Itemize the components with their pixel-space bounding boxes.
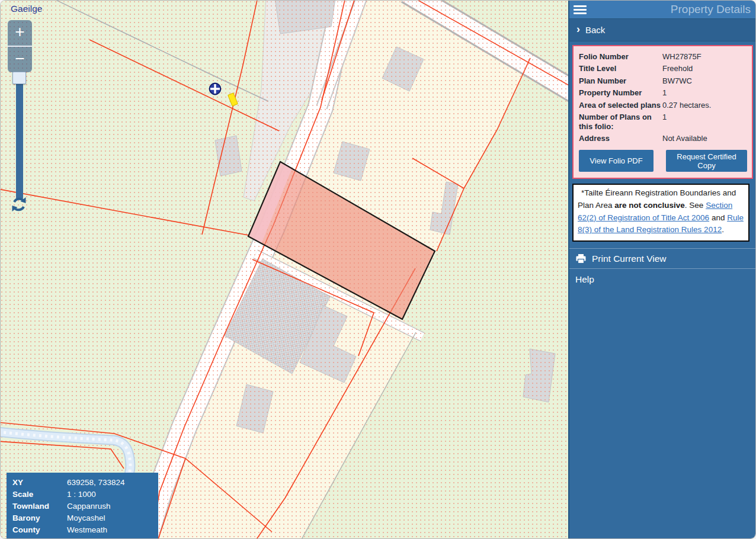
disclaimer-text: and: [709, 213, 727, 222]
view-folio-pdf-button[interactable]: View Folio PDF: [579, 150, 654, 172]
back-button[interactable]: › Back: [569, 18, 756, 41]
menu-icon[interactable]: [574, 4, 587, 16]
map-area[interactable]: Gaeilge + − XY 639258, 733824 Sca: [1, 1, 568, 539]
folio-details-box: Folio Number WH27875F Title Level Freeho…: [572, 45, 753, 179]
map-viewer-app: Gaeilge + − XY 639258, 733824 Sca: [0, 0, 756, 539]
detail-label: Plan Number: [579, 76, 662, 86]
info-value: 639258, 733824: [67, 477, 158, 489]
panel-header: Property Details: [569, 1, 756, 18]
chevron-right-icon: ›: [576, 23, 580, 36]
detail-row-plan-count: Number of Plans on this folio: 1: [579, 111, 747, 133]
detail-value: Freehold: [662, 64, 747, 73]
detail-value: 1: [662, 88, 747, 98]
detail-label: Title Level: [579, 64, 662, 73]
detail-value: BW7WC: [662, 76, 747, 86]
detail-row-plan-number: Plan Number BW7WC: [579, 75, 747, 87]
info-label: Barony: [12, 512, 67, 524]
back-label: Back: [585, 25, 605, 35]
detail-label: Property Number: [579, 88, 662, 98]
help-button[interactable]: Help: [569, 269, 756, 290]
folio-actions: View Folio PDF Request Certified Copy: [579, 150, 747, 172]
map-info-box: XY 639258, 733824 Scale 1 : 1000 Townlan…: [7, 473, 158, 539]
info-row-townland: Townland Cappanrush: [12, 500, 158, 512]
detail-value: 0.27 hectares.: [662, 101, 747, 110]
disclaimer-bold-text: are not conclusive: [614, 201, 685, 210]
detail-value: Not Available: [662, 134, 747, 143]
detail-row-property-number: Property Number 1: [579, 87, 747, 100]
info-value: Cappanrush: [67, 500, 158, 512]
info-label: Townland: [12, 500, 67, 512]
detail-label: Number of Plans on this folio:: [579, 113, 662, 131]
refresh-button[interactable]: [11, 196, 27, 213]
info-value: 1 : 1000: [67, 489, 158, 500]
map-dot-grid: [1, 1, 568, 539]
printer-icon: [576, 254, 586, 264]
detail-row-address: Address Not Available: [579, 133, 747, 145]
help-label: Help: [575, 274, 594, 285]
zoom-slider-thumb[interactable]: [12, 72, 26, 84]
zoom-control: + −: [8, 20, 32, 72]
detail-row-title-level: Title Level Freehold: [579, 63, 747, 75]
zoom-in-button[interactable]: +: [8, 20, 32, 47]
info-row-county: County Westmeath: [12, 524, 158, 536]
detail-label: Address: [579, 134, 662, 143]
info-row-xy: XY 639258, 733824: [12, 477, 158, 489]
info-value: Moycashel: [67, 512, 158, 524]
language-link[interactable]: Gaeilge: [11, 4, 42, 14]
disclaimer-text: . See: [685, 201, 706, 210]
request-certified-copy-button[interactable]: Request Certified Copy: [666, 150, 747, 172]
detail-value: WH27875F: [662, 52, 747, 62]
detail-row-folio-number: Folio Number WH27875F: [579, 50, 747, 63]
zoom-out-button[interactable]: −: [8, 47, 32, 72]
print-label: Print Current View: [592, 254, 666, 264]
detail-row-area: Area of selected plans 0.27 hectares.: [579, 99, 747, 111]
info-label: XY: [12, 477, 67, 489]
detail-label: Folio Number: [579, 52, 662, 62]
crosshair-marker-icon: [210, 84, 221, 95]
refresh-icon: [11, 196, 27, 213]
detail-label: Area of selected plans: [579, 101, 662, 110]
boundaries-disclaimer: *Tailte Éireann Registration Boundaries …: [572, 184, 749, 242]
info-value: Westmeath: [67, 524, 158, 536]
panel-title: Property Details: [671, 3, 756, 16]
info-row-scale: Scale 1 : 1000: [12, 489, 158, 500]
map-canvas[interactable]: [1, 1, 568, 539]
zoom-slider-track[interactable]: [16, 76, 23, 199]
info-label: Scale: [12, 489, 67, 500]
info-row-barony: Barony Moycashel: [12, 512, 158, 524]
disclaimer-text: .: [722, 225, 724, 234]
detail-value: 1: [662, 113, 747, 131]
property-details-panel: Property Details › Back Folio Number WH2…: [568, 1, 756, 539]
info-label: County: [12, 524, 67, 536]
print-current-view-button[interactable]: Print Current View: [569, 248, 756, 269]
